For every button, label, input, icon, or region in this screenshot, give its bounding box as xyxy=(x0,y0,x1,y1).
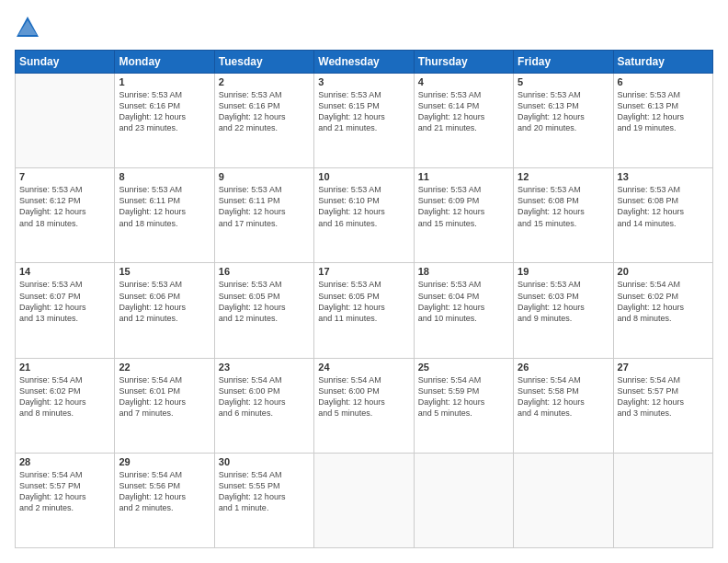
day-number: 6 xyxy=(618,76,709,87)
day-number: 18 xyxy=(418,266,509,277)
day-info: Sunrise: 5:54 AM Sunset: 6:00 PM Dayligh… xyxy=(318,374,409,419)
calendar-cell: 19Sunrise: 5:53 AM Sunset: 6:03 PM Dayli… xyxy=(514,263,613,358)
day-info: Sunrise: 5:53 AM Sunset: 6:13 PM Dayligh… xyxy=(618,89,709,134)
calendar-header-wednesday: Wednesday xyxy=(314,51,414,74)
day-number: 16 xyxy=(219,266,310,277)
calendar-cell: 5Sunrise: 5:53 AM Sunset: 6:13 PM Daylig… xyxy=(514,74,613,168)
day-number: 14 xyxy=(19,266,110,277)
day-info: Sunrise: 5:54 AM Sunset: 6:02 PM Dayligh… xyxy=(618,279,709,324)
day-number: 5 xyxy=(518,76,609,87)
calendar-cell xyxy=(16,74,115,168)
calendar-cell xyxy=(613,453,712,547)
calendar-cell: 15Sunrise: 5:53 AM Sunset: 6:06 PM Dayli… xyxy=(115,263,214,358)
logo-icon xyxy=(15,15,40,40)
day-info: Sunrise: 5:53 AM Sunset: 6:10 PM Dayligh… xyxy=(318,184,409,229)
calendar-header-row: SundayMondayTuesdayWednesdayThursdayFrid… xyxy=(16,51,713,74)
day-info: Sunrise: 5:53 AM Sunset: 6:12 PM Dayligh… xyxy=(19,184,110,229)
calendar-cell: 20Sunrise: 5:54 AM Sunset: 6:02 PM Dayli… xyxy=(613,263,712,358)
day-number: 17 xyxy=(318,266,409,277)
day-number: 27 xyxy=(618,362,709,373)
day-info: Sunrise: 5:54 AM Sunset: 5:56 PM Dayligh… xyxy=(119,469,210,514)
calendar-cell: 12Sunrise: 5:53 AM Sunset: 6:08 PM Dayli… xyxy=(514,168,613,263)
day-number: 25 xyxy=(418,362,509,373)
calendar-cell: 28Sunrise: 5:54 AM Sunset: 5:57 PM Dayli… xyxy=(16,453,115,547)
day-number: 1 xyxy=(119,76,210,87)
calendar-week-row: 7Sunrise: 5:53 AM Sunset: 6:12 PM Daylig… xyxy=(16,168,713,263)
day-number: 15 xyxy=(119,266,210,277)
day-info: Sunrise: 5:54 AM Sunset: 5:59 PM Dayligh… xyxy=(418,374,509,419)
day-info: Sunrise: 5:53 AM Sunset: 6:03 PM Dayligh… xyxy=(518,279,609,324)
day-number: 12 xyxy=(518,171,609,182)
calendar-cell xyxy=(314,453,414,547)
calendar-cell: 21Sunrise: 5:54 AM Sunset: 6:02 PM Dayli… xyxy=(16,358,115,453)
calendar-week-row: 28Sunrise: 5:54 AM Sunset: 5:57 PM Dayli… xyxy=(16,453,713,547)
day-info: Sunrise: 5:54 AM Sunset: 5:55 PM Dayligh… xyxy=(219,469,310,514)
day-number: 19 xyxy=(518,266,609,277)
calendar-cell: 26Sunrise: 5:54 AM Sunset: 5:58 PM Dayli… xyxy=(514,358,613,453)
calendar-week-row: 21Sunrise: 5:54 AM Sunset: 6:02 PM Dayli… xyxy=(16,358,713,453)
calendar-cell: 3Sunrise: 5:53 AM Sunset: 6:15 PM Daylig… xyxy=(314,74,414,168)
day-number: 23 xyxy=(219,362,310,373)
calendar-cell: 22Sunrise: 5:54 AM Sunset: 6:01 PM Dayli… xyxy=(115,358,214,453)
day-info: Sunrise: 5:53 AM Sunset: 6:05 PM Dayligh… xyxy=(219,279,310,324)
calendar-header-thursday: Thursday xyxy=(414,51,513,74)
calendar-cell: 16Sunrise: 5:53 AM Sunset: 6:05 PM Dayli… xyxy=(214,263,313,358)
calendar-cell: 13Sunrise: 5:53 AM Sunset: 6:08 PM Dayli… xyxy=(613,168,712,263)
calendar-cell: 4Sunrise: 5:53 AM Sunset: 6:14 PM Daylig… xyxy=(414,74,513,168)
day-number: 26 xyxy=(518,362,609,373)
calendar-cell: 9Sunrise: 5:53 AM Sunset: 6:11 PM Daylig… xyxy=(214,168,313,263)
day-number: 9 xyxy=(219,171,310,182)
calendar-header-saturday: Saturday xyxy=(613,51,712,74)
calendar-cell: 6Sunrise: 5:53 AM Sunset: 6:13 PM Daylig… xyxy=(613,74,712,168)
calendar-cell: 23Sunrise: 5:54 AM Sunset: 6:00 PM Dayli… xyxy=(214,358,313,453)
day-info: Sunrise: 5:53 AM Sunset: 6:14 PM Dayligh… xyxy=(418,89,509,134)
header xyxy=(15,15,713,40)
calendar-cell: 1Sunrise: 5:53 AM Sunset: 6:16 PM Daylig… xyxy=(115,74,214,168)
day-number: 29 xyxy=(119,456,210,467)
day-info: Sunrise: 5:53 AM Sunset: 6:04 PM Dayligh… xyxy=(418,279,509,324)
day-info: Sunrise: 5:53 AM Sunset: 6:16 PM Dayligh… xyxy=(119,89,210,134)
page: SundayMondayTuesdayWednesdayThursdayFrid… xyxy=(0,0,728,563)
calendar-header-sunday: Sunday xyxy=(16,51,115,74)
calendar-cell: 24Sunrise: 5:54 AM Sunset: 6:00 PM Dayli… xyxy=(314,358,414,453)
day-number: 20 xyxy=(618,266,709,277)
day-info: Sunrise: 5:53 AM Sunset: 6:11 PM Dayligh… xyxy=(119,184,210,229)
calendar-cell: 14Sunrise: 5:53 AM Sunset: 6:07 PM Dayli… xyxy=(16,263,115,358)
calendar-table: SundayMondayTuesdayWednesdayThursdayFrid… xyxy=(15,50,713,548)
day-number: 22 xyxy=(119,362,210,373)
day-info: Sunrise: 5:53 AM Sunset: 6:16 PM Dayligh… xyxy=(219,89,310,134)
calendar-header-friday: Friday xyxy=(514,51,613,74)
calendar-cell: 2Sunrise: 5:53 AM Sunset: 6:16 PM Daylig… xyxy=(214,74,313,168)
calendar-week-row: 14Sunrise: 5:53 AM Sunset: 6:07 PM Dayli… xyxy=(16,263,713,358)
day-info: Sunrise: 5:54 AM Sunset: 6:02 PM Dayligh… xyxy=(19,374,110,419)
calendar-header-tuesday: Tuesday xyxy=(214,51,313,74)
day-info: Sunrise: 5:54 AM Sunset: 6:01 PM Dayligh… xyxy=(119,374,210,419)
calendar-cell: 29Sunrise: 5:54 AM Sunset: 5:56 PM Dayli… xyxy=(115,453,214,547)
day-number: 7 xyxy=(19,171,110,182)
svg-marker-1 xyxy=(18,20,37,35)
day-number: 4 xyxy=(418,76,509,87)
calendar-cell xyxy=(414,453,513,547)
day-number: 13 xyxy=(618,171,709,182)
day-info: Sunrise: 5:53 AM Sunset: 6:13 PM Dayligh… xyxy=(518,89,609,134)
day-number: 28 xyxy=(19,456,110,467)
calendar-cell: 7Sunrise: 5:53 AM Sunset: 6:12 PM Daylig… xyxy=(16,168,115,263)
day-number: 24 xyxy=(318,362,409,373)
calendar-header-monday: Monday xyxy=(115,51,214,74)
day-number: 11 xyxy=(418,171,509,182)
calendar-cell: 30Sunrise: 5:54 AM Sunset: 5:55 PM Dayli… xyxy=(214,453,313,547)
day-info: Sunrise: 5:53 AM Sunset: 6:06 PM Dayligh… xyxy=(119,279,210,324)
calendar-cell: 8Sunrise: 5:53 AM Sunset: 6:11 PM Daylig… xyxy=(115,168,214,263)
day-number: 3 xyxy=(318,76,409,87)
day-number: 21 xyxy=(19,362,110,373)
calendar-cell: 18Sunrise: 5:53 AM Sunset: 6:04 PM Dayli… xyxy=(414,263,513,358)
day-info: Sunrise: 5:54 AM Sunset: 6:00 PM Dayligh… xyxy=(219,374,310,419)
day-number: 8 xyxy=(119,171,210,182)
calendar-cell: 11Sunrise: 5:53 AM Sunset: 6:09 PM Dayli… xyxy=(414,168,513,263)
logo xyxy=(15,15,44,40)
day-number: 2 xyxy=(219,76,310,87)
day-info: Sunrise: 5:53 AM Sunset: 6:05 PM Dayligh… xyxy=(318,279,409,324)
day-info: Sunrise: 5:53 AM Sunset: 6:11 PM Dayligh… xyxy=(219,184,310,229)
calendar-cell: 25Sunrise: 5:54 AM Sunset: 5:59 PM Dayli… xyxy=(414,358,513,453)
day-info: Sunrise: 5:53 AM Sunset: 6:08 PM Dayligh… xyxy=(618,184,709,229)
